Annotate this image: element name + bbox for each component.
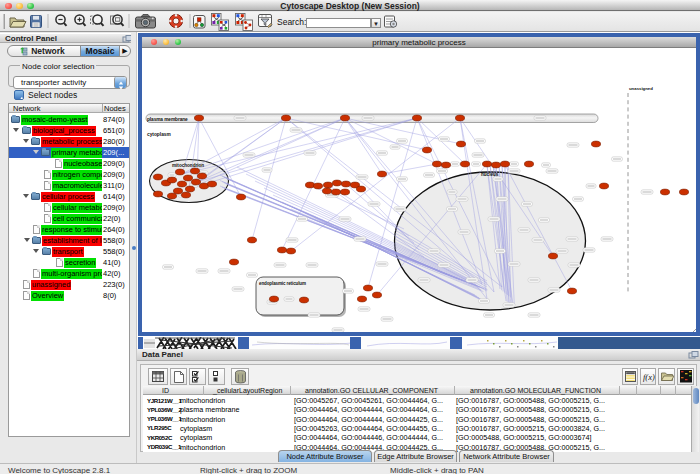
svg-text:endoplasmic reticulum: endoplasmic reticulum — [259, 281, 306, 286]
svg-text:nucleus: nucleus — [481, 172, 499, 177]
svg-text:f(x): f(x) — [643, 372, 655, 382]
svg-text:mitochondrion: mitochondrion — [172, 163, 204, 168]
svg-text:unassigned: unassigned — [629, 86, 653, 91]
svg-text:plasma membrane: plasma membrane — [147, 117, 188, 122]
svg-text:cytoplasm: cytoplasm — [147, 132, 171, 137]
